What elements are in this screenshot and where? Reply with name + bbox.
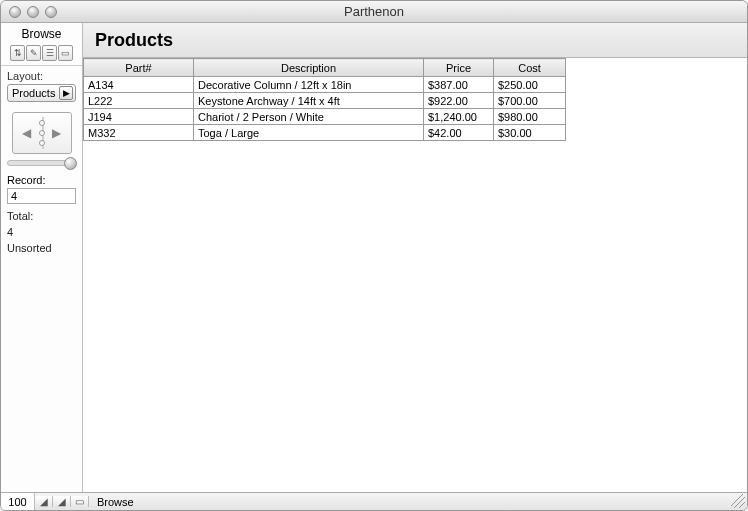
tool-button-4[interactable]: ▭ — [58, 45, 73, 61]
col-header-price[interactable]: Price — [424, 59, 494, 77]
table-row[interactable]: M332Toga / Large$42.00$30.00 — [84, 125, 566, 141]
total-label: Total: — [1, 208, 82, 224]
layout-label: Layout: — [7, 70, 76, 82]
record-slider-knob[interactable] — [64, 157, 77, 170]
cell-price[interactable]: $387.00 — [424, 77, 494, 93]
status-icon-1[interactable]: ◢ — [35, 496, 53, 507]
record-slider[interactable] — [7, 160, 76, 166]
resize-grip[interactable] — [731, 494, 745, 508]
status-sidebar: Browse ⇅ ✎ ☰ ▭ Layout: Products ▶ ◀ ▶ — [1, 23, 83, 492]
layout-dropdown-icon: ▶ — [59, 86, 73, 100]
total-value: 4 — [1, 224, 82, 240]
tool-button-3[interactable]: ☰ — [42, 45, 57, 61]
window-title: Parthenon — [1, 4, 747, 19]
cell-price[interactable]: $42.00 — [424, 125, 494, 141]
cell-part[interactable]: L222 — [84, 93, 194, 109]
table-header-row: Part# Description Price Cost — [84, 59, 566, 77]
table-row[interactable]: J194Chariot / 2 Person / White$1,240.00$… — [84, 109, 566, 125]
record-number-field[interactable]: 4 — [7, 188, 76, 204]
status-mode: Browse — [89, 496, 134, 508]
tool-button-1[interactable]: ⇅ — [10, 45, 25, 61]
cell-desc[interactable]: Chariot / 2 Person / White — [194, 109, 424, 125]
cell-part[interactable]: J194 — [84, 109, 194, 125]
layout-value: Products — [12, 87, 55, 99]
page-title: Products — [95, 30, 735, 51]
table-row[interactable]: A134Decorative Column / 12ft x 18in$387.… — [84, 77, 566, 93]
titlebar: Parthenon — [1, 1, 747, 23]
cell-cost[interactable]: $980.00 — [494, 109, 566, 125]
next-record-button[interactable]: ▶ — [49, 125, 65, 141]
status-bar: 100 ◢ ◢ ▭ Browse — [1, 492, 747, 510]
cell-price[interactable]: $1,240.00 — [424, 109, 494, 125]
window-controls — [1, 6, 57, 18]
cell-price[interactable]: $922.00 — [424, 93, 494, 109]
minimize-window-button[interactable] — [27, 6, 39, 18]
table-scroll-area[interactable]: Part# Description Price Cost A134Decorat… — [83, 58, 747, 492]
col-header-part[interactable]: Part# — [84, 59, 194, 77]
prev-record-button[interactable]: ◀ — [19, 125, 35, 141]
record-book-nav: ◀ ▶ — [12, 112, 72, 154]
cell-desc[interactable]: Keystone Archway / 14ft x 4ft — [194, 93, 424, 109]
cell-desc[interactable]: Toga / Large — [194, 125, 424, 141]
zoom-window-button[interactable] — [45, 6, 57, 18]
sort-state: Unsorted — [1, 240, 82, 256]
status-icon-2[interactable]: ◢ — [53, 496, 71, 507]
cell-cost[interactable]: $700.00 — [494, 93, 566, 109]
status-icon-3[interactable]: ▭ — [71, 496, 89, 507]
cell-cost[interactable]: $250.00 — [494, 77, 566, 93]
cell-part[interactable]: A134 — [84, 77, 194, 93]
layout-selector[interactable]: Products ▶ — [7, 84, 76, 102]
record-label: Record: — [1, 172, 82, 186]
col-header-cost[interactable]: Cost — [494, 59, 566, 77]
products-table: Part# Description Price Cost A134Decorat… — [83, 58, 566, 141]
cell-desc[interactable]: Decorative Column / 12ft x 18in — [194, 77, 424, 93]
zoom-level[interactable]: 100 — [1, 493, 35, 510]
cell-part[interactable]: M332 — [84, 125, 194, 141]
layout-header: Products — [83, 23, 747, 58]
table-row[interactable]: L222Keystone Archway / 14ft x 4ft$922.00… — [84, 93, 566, 109]
col-header-desc[interactable]: Description — [194, 59, 424, 77]
main-content: Products Part# Description Price Cost A1… — [83, 23, 747, 492]
toolstrip: ⇅ ✎ ☰ ▭ — [1, 43, 82, 66]
mode-label: Browse — [1, 23, 82, 43]
cell-cost[interactable]: $30.00 — [494, 125, 566, 141]
close-window-button[interactable] — [9, 6, 21, 18]
tool-button-2[interactable]: ✎ — [26, 45, 41, 61]
